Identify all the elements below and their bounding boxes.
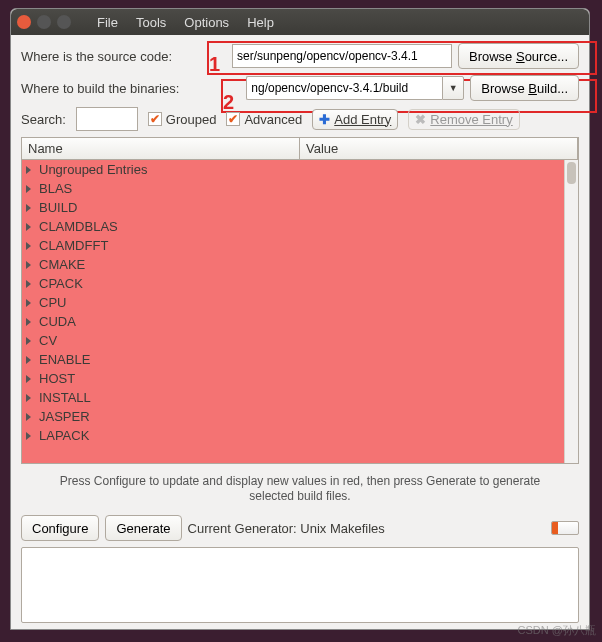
search-label: Search: (21, 112, 66, 127)
generate-button[interactable]: Generate (105, 515, 181, 541)
add-entry-label: Add Entry (334, 112, 391, 127)
remove-entry-label: Remove Entry (430, 112, 512, 127)
build-label: Where to build the binaries: (21, 81, 179, 96)
row-label: BUILD (39, 200, 77, 215)
browse-build-button[interactable]: Browse Build... (470, 75, 579, 101)
grouped-checkbox[interactable]: ✔ Grouped (148, 112, 217, 127)
table-row[interactable]: CLAMDBLAS (22, 217, 578, 236)
grouped-label: Grouped (166, 112, 217, 127)
configure-button[interactable]: Configure (21, 515, 99, 541)
row-label: CV (39, 333, 57, 348)
x-icon: ✖ (415, 112, 426, 127)
row-label: CUDA (39, 314, 76, 329)
row-label: CPACK (39, 276, 83, 291)
progress-bar (551, 521, 579, 535)
expand-icon[interactable] (26, 166, 31, 174)
row-label: JASPER (39, 409, 90, 424)
generate-row: Configure Generate Current Generator: Un… (21, 515, 579, 541)
row-label: CLAMDFFT (39, 238, 108, 253)
row-label: CMAKE (39, 257, 85, 272)
expand-icon[interactable] (26, 280, 31, 288)
browse-source-button[interactable]: Browse Source... (458, 43, 579, 69)
row-label: LAPACK (39, 428, 89, 443)
table-row[interactable]: CPU (22, 293, 578, 312)
table-row[interactable]: HOST (22, 369, 578, 388)
table-row[interactable]: INSTALL (22, 388, 578, 407)
build-path-input[interactable] (246, 76, 442, 100)
advanced-label: Advanced (244, 112, 302, 127)
options-table: Name Value Ungrouped EntriesBLASBUILDCLA… (21, 137, 579, 464)
remove-entry-button: ✖ Remove Entry (408, 109, 519, 130)
build-path-combo: ▼ (246, 76, 464, 100)
expand-icon[interactable] (26, 394, 31, 402)
window-minimize-button[interactable] (37, 15, 51, 29)
table-row[interactable]: BUILD (22, 198, 578, 217)
expand-icon[interactable] (26, 375, 31, 383)
row-label: HOST (39, 371, 75, 386)
row-label: INSTALL (39, 390, 91, 405)
table-row[interactable]: BLAS (22, 179, 578, 198)
source-row: Where is the source code: Browse Source.… (21, 43, 579, 69)
source-label: Where is the source code: (21, 49, 172, 64)
table-row[interactable]: LAPACK (22, 426, 578, 445)
search-input[interactable] (76, 107, 138, 131)
app-window: File Tools Options Help 1 2 Where is the… (10, 8, 590, 630)
check-icon: ✔ (226, 112, 240, 126)
window-close-button[interactable] (17, 15, 31, 29)
advanced-checkbox[interactable]: ✔ Advanced (226, 112, 302, 127)
expand-icon[interactable] (26, 299, 31, 307)
chevron-down-icon[interactable]: ▼ (442, 76, 464, 100)
titlebar: File Tools Options Help (11, 9, 589, 35)
add-entry-button[interactable]: ✚ Add Entry (312, 109, 398, 130)
table-row[interactable]: CLAMDFFT (22, 236, 578, 255)
expand-icon[interactable] (26, 204, 31, 212)
current-generator-label: Current Generator: Unix Makefiles (188, 521, 385, 536)
scrollbar[interactable] (564, 160, 578, 463)
source-path-input[interactable] (232, 44, 452, 68)
table-row[interactable]: ENABLE (22, 350, 578, 369)
window-maximize-button[interactable] (57, 15, 71, 29)
column-value[interactable]: Value (300, 138, 578, 159)
table-header: Name Value (22, 138, 578, 160)
hint-text: Press Configure to update and display ne… (21, 470, 579, 509)
table-row[interactable]: Ungrouped Entries (22, 160, 578, 179)
row-label: BLAS (39, 181, 72, 196)
plus-icon: ✚ (319, 112, 330, 127)
expand-icon[interactable] (26, 242, 31, 250)
table-body: Ungrouped EntriesBLASBUILDCLAMDBLASCLAMD… (22, 160, 578, 463)
check-icon: ✔ (148, 112, 162, 126)
output-panel[interactable] (21, 547, 579, 623)
menu-options[interactable]: Options (176, 13, 237, 32)
content: Where is the source code: Browse Source.… (11, 35, 589, 629)
expand-icon[interactable] (26, 337, 31, 345)
table-row[interactable]: CUDA (22, 312, 578, 331)
menu-help[interactable]: Help (239, 13, 282, 32)
expand-icon[interactable] (26, 261, 31, 269)
table-row[interactable]: CV (22, 331, 578, 350)
table-row[interactable]: JASPER (22, 407, 578, 426)
menu-file[interactable]: File (89, 13, 126, 32)
watermark: CSDN @孙八瓶 (518, 623, 596, 638)
table-row[interactable]: CPACK (22, 274, 578, 293)
expand-icon[interactable] (26, 223, 31, 231)
build-row: Where to build the binaries: ▼ Browse Bu… (21, 75, 579, 101)
row-label: ENABLE (39, 352, 90, 367)
table-row[interactable]: CMAKE (22, 255, 578, 274)
row-label: CLAMDBLAS (39, 219, 118, 234)
toolbar-row: Search: ✔ Grouped ✔ Advanced ✚ Add Entry… (21, 107, 579, 131)
expand-icon[interactable] (26, 356, 31, 364)
row-label: Ungrouped Entries (39, 162, 147, 177)
row-label: CPU (39, 295, 66, 310)
scroll-thumb[interactable] (567, 162, 576, 184)
column-name[interactable]: Name (22, 138, 300, 159)
menubar: File Tools Options Help (89, 13, 282, 32)
expand-icon[interactable] (26, 432, 31, 440)
expand-icon[interactable] (26, 185, 31, 193)
expand-icon[interactable] (26, 413, 31, 421)
expand-icon[interactable] (26, 318, 31, 326)
menu-tools[interactable]: Tools (128, 13, 174, 32)
